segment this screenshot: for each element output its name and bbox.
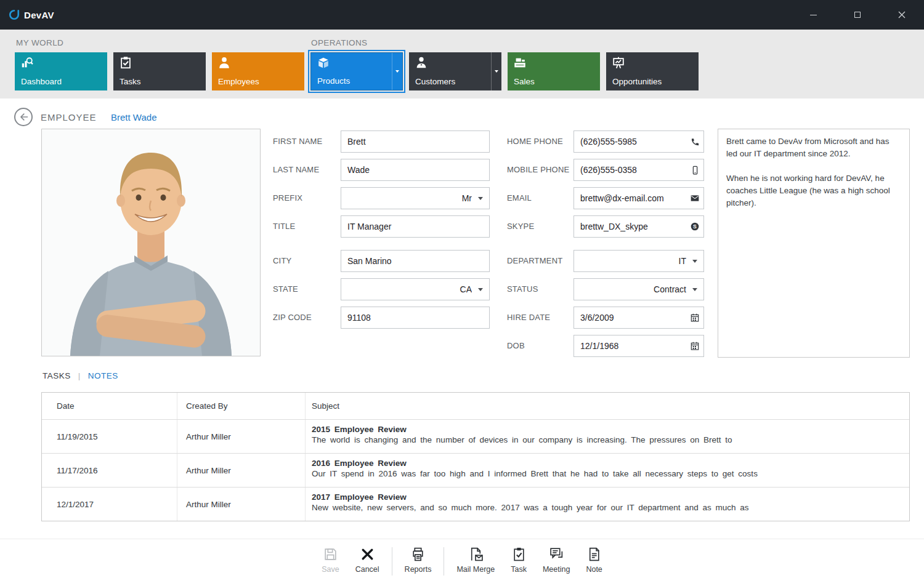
calendar-icon[interactable] [686,335,703,356]
phone-icon[interactable] [686,131,703,152]
notes-table: Date Created By Subject 11/19/2015 Arthu… [41,392,910,521]
status-dropdown-button[interactable] [686,279,703,300]
tile-opportunities[interactable]: Opportunities [606,52,699,90]
tile-customers[interactable]: Customers [409,52,501,90]
last-name-input[interactable] [341,159,490,181]
sales-icon [513,56,527,70]
field-last-name: LAST NAME [273,159,490,181]
ribbon-tiles: Dashboard Tasks Employees [15,52,699,90]
section-label: EMPLOYEE [41,112,97,122]
group-label-operations: OPERATIONS [311,38,368,47]
dob-input[interactable] [573,335,704,357]
city-input[interactable] [341,250,490,272]
field-prefix: PREFIX [273,187,490,209]
table-row[interactable]: 11/19/2015 Arthur Miller 2015 Employee R… [42,419,909,453]
tile-tasks[interactable]: Tasks [113,52,206,90]
close-button[interactable] [880,0,924,30]
devav-logo-icon [9,9,20,20]
prefix-dropdown-button[interactable] [472,188,489,209]
save-icon [323,547,338,562]
note-subject-text: The world is changing and the number of … [312,435,901,444]
bio-paragraph: Brett came to DevAv from Microsoft and h… [726,135,901,160]
column-header-created-by[interactable]: Created By [177,393,306,419]
field-label: EMAIL [507,187,532,209]
mobile-phone-input[interactable] [573,159,704,181]
tile-label: Customers [415,77,455,86]
dashboard-icon [20,56,34,70]
envelope-icon[interactable] [686,188,703,209]
department-dropdown-button[interactable] [686,251,703,271]
note-subject: 2015 Employee Review The world is changi… [306,420,909,453]
field-label: LAST NAME [273,159,319,181]
state-dropdown-button[interactable] [472,279,489,300]
first-name-input[interactable] [341,130,490,153]
field-label: DOB [507,335,525,357]
chevron-down-icon [495,70,498,73]
note-subject-text: Our IT spend in 2016 was far too high an… [312,469,901,478]
cancel-label: Cancel [355,565,379,574]
save-button[interactable]: Save [314,539,347,574]
department-select[interactable] [573,250,704,272]
prefix-select[interactable] [341,187,490,209]
calendar-icon[interactable] [686,307,703,328]
column-header-date[interactable]: Date [42,393,177,419]
customers-dropdown-button[interactable] [491,52,501,90]
skype-icon[interactable]: S [686,216,703,237]
status-select[interactable] [573,278,704,300]
field-department: DEPARTMENT [507,250,704,272]
mail-merge-label: Mail Merge [456,565,495,574]
chevron-down-icon [478,197,483,200]
field-home-phone: HOME PHONE [507,130,704,153]
note-icon [586,547,602,562]
customers-icon [415,56,428,70]
bottom-toolbar: Save Cancel Reports [0,539,924,586]
field-label: FIRST NAME [273,130,323,153]
minimize-button[interactable] [791,0,835,30]
tile-sales[interactable]: Sales [508,52,600,90]
group-label-my-world: MY WORLD [16,38,63,47]
table-row[interactable]: 12/1/2017 Arthur Miller 2017 Employee Re… [42,487,909,521]
products-icon [317,57,330,70]
mail-merge-button[interactable]: Mail Merge [448,539,503,574]
skype-input[interactable] [573,215,704,238]
table-header-row: Date Created By Subject [42,393,909,419]
zip-code-input[interactable] [341,307,490,329]
tasks-icon [119,56,132,70]
tile-label: Tasks [120,77,141,86]
printer-icon [410,547,426,562]
mobile-phone-icon[interactable] [686,159,703,180]
email-input[interactable] [573,187,704,209]
tab-notes[interactable]: NOTES [88,371,118,380]
hire-date-input[interactable] [573,307,704,329]
maximize-button[interactable] [835,0,880,30]
close-icon [898,11,906,18]
tile-dashboard[interactable]: Dashboard [15,52,107,90]
note-date: 11/19/2015 [42,420,177,453]
app-logo: DevAV [0,9,54,20]
note-label: Note [586,565,602,574]
detail-tabs: TASKS | NOTES [43,371,118,380]
tile-products-selected[interactable]: Products [310,52,403,90]
tab-tasks[interactable]: TASKS [43,371,71,380]
cancel-button[interactable]: Cancel [347,539,387,574]
field-zip-code: ZIP CODE [273,307,490,329]
app-title: DevAV [24,10,54,20]
tile-employees[interactable]: Employees [212,52,304,90]
note-button[interactable]: Note [578,539,610,574]
products-dropdown-button[interactable] [392,53,402,90]
save-label: Save [322,565,339,574]
title-input[interactable] [341,215,490,238]
home-phone-input[interactable] [573,130,704,153]
task-button[interactable]: Task [503,539,535,574]
state-select[interactable] [341,278,490,300]
table-row[interactable]: 11/17/2016 Arthur Miller 2016 Employee R… [42,453,909,487]
toolbar-separator [392,547,392,576]
column-header-subject[interactable]: Subject [306,393,909,419]
employee-bio-memo[interactable]: Brett came to DevAv from Microsoft and h… [718,129,910,358]
reports-button[interactable]: Reports [397,539,440,574]
cancel-icon [360,547,375,562]
meeting-button[interactable]: Meeting [535,539,578,574]
tile-label: Employees [218,77,259,86]
back-button[interactable] [14,108,33,126]
minimize-icon [810,15,817,15]
